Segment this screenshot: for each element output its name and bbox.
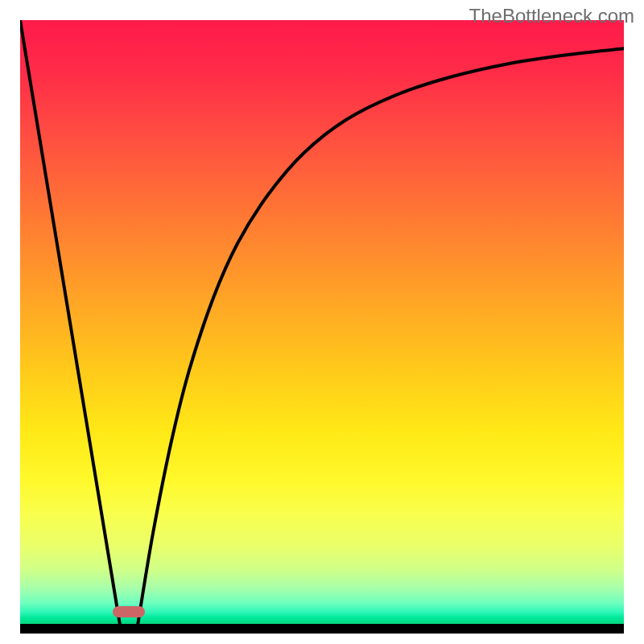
plot-area bbox=[20, 20, 624, 624]
left-line-path bbox=[20, 20, 120, 624]
curve-svg bbox=[20, 20, 624, 624]
chart-container: TheBottleneck.com bbox=[0, 0, 644, 644]
x-axis-strip bbox=[20, 624, 624, 634]
chart-frame bbox=[20, 20, 624, 634]
watermark-text: TheBottleneck.com bbox=[469, 5, 634, 27]
right-curve-path bbox=[138, 48, 624, 624]
bottleneck-marker bbox=[113, 606, 145, 617]
